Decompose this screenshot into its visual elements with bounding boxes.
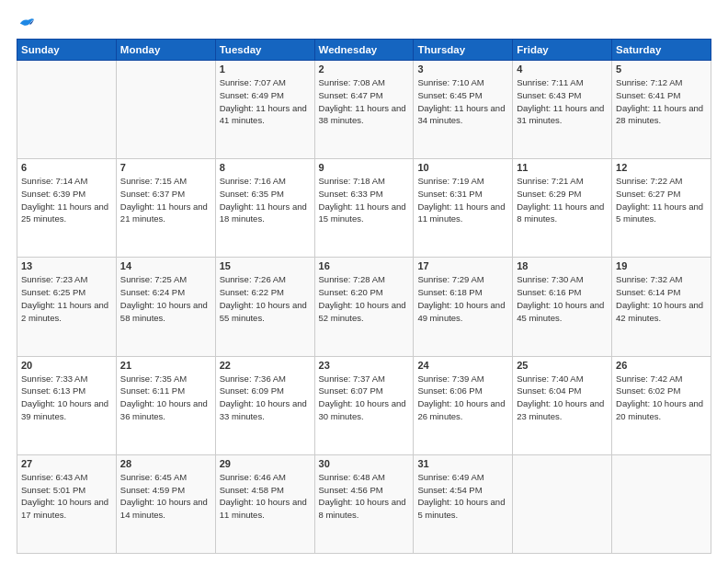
weekday-header-thursday: Thursday [414,40,513,61]
cell-content: Sunrise: 6:43 AMSunset: 5:01 PMDaylight:… [21,471,112,522]
cell-line: Sunset: 6:14 PM [616,286,707,299]
cell-line: Sunrise: 7:39 AM [417,373,508,385]
day-number: 26 [616,360,707,371]
cell-line: Sunrise: 7:37 AM [319,373,410,385]
cell-content: Sunrise: 7:10 AMSunset: 6:45 PMDaylight:… [417,76,508,127]
calendar-cell: 21Sunrise: 7:35 AMSunset: 6:11 PMDayligh… [116,356,215,454]
cell-content: Sunrise: 7:19 AMSunset: 6:31 PMDaylight:… [417,175,508,225]
cell-line: Daylight: 10 hours and 14 minutes. [120,496,211,522]
day-number: 9 [319,162,410,173]
calendar-table: SundayMondayTuesdayWednesdayThursdayFrid… [17,39,711,554]
cell-content: Sunrise: 7:23 AMSunset: 6:25 PMDaylight:… [21,273,112,324]
day-number: 3 [417,63,508,75]
cell-line: Sunset: 4:54 PM [417,484,508,497]
day-number: 5 [616,63,707,75]
cell-line: Sunrise: 7:28 AM [319,273,410,286]
calendar-cell: 23Sunrise: 7:37 AMSunset: 6:07 PMDayligh… [314,356,414,454]
day-number: 6 [21,162,112,173]
day-number: 24 [417,360,508,371]
cell-line: Sunset: 6:07 PM [319,385,410,397]
logo [17,17,35,29]
cell-content: Sunrise: 7:28 AMSunset: 6:20 PMDaylight:… [319,273,410,324]
calendar-cell: 12Sunrise: 7:22 AMSunset: 6:27 PMDayligh… [612,159,711,258]
day-number: 1 [220,63,311,75]
cell-line: Daylight: 10 hours and 39 minutes. [21,397,112,423]
day-number: 20 [21,360,112,371]
cell-line: Sunrise: 6:43 AM [21,471,112,484]
cell-content: Sunrise: 7:26 AMSunset: 6:22 PMDaylight:… [220,273,311,324]
cell-content: Sunrise: 7:37 AMSunset: 6:07 PMDaylight:… [319,373,410,423]
cell-content: Sunrise: 7:25 AMSunset: 6:24 PMDaylight:… [120,273,211,324]
cell-line: Sunset: 6:37 PM [120,188,211,201]
week-row-3: 13Sunrise: 7:23 AMSunset: 6:25 PMDayligh… [17,258,711,356]
cell-content: Sunrise: 6:45 AMSunset: 4:59 PMDaylight:… [120,471,211,522]
cell-line: Daylight: 11 hours and 34 minutes. [417,102,508,128]
cell-line: Daylight: 10 hours and 23 minutes. [517,397,608,423]
day-number: 4 [517,63,608,75]
day-number: 11 [517,162,608,173]
cell-line: Daylight: 11 hours and 31 minutes. [517,102,608,128]
header [17,17,711,29]
calendar-cell: 24Sunrise: 7:39 AMSunset: 6:06 PMDayligh… [414,356,513,454]
day-number: 29 [220,458,311,469]
cell-content: Sunrise: 7:08 AMSunset: 6:47 PMDaylight:… [319,76,410,127]
calendar-cell: 2Sunrise: 7:08 AMSunset: 6:47 PMDaylight… [314,61,414,159]
calendar-cell: 30Sunrise: 6:48 AMSunset: 4:56 PMDayligh… [314,454,414,553]
calendar-cell: 9Sunrise: 7:18 AMSunset: 6:33 PMDaylight… [314,159,414,258]
week-row-1: 1Sunrise: 7:07 AMSunset: 6:49 PMDaylight… [17,61,711,159]
cell-line: Sunrise: 7:40 AM [517,373,608,385]
cell-line: Sunset: 6:16 PM [517,286,608,299]
cell-line: Sunrise: 6:45 AM [120,471,211,484]
cell-line: Sunset: 6:31 PM [417,188,508,201]
cell-content: Sunrise: 7:39 AMSunset: 6:06 PMDaylight:… [417,373,508,423]
cell-line: Daylight: 10 hours and 11 minutes. [220,496,311,522]
day-number: 17 [417,260,508,271]
calendar-cell [513,454,612,553]
cell-line: Sunset: 6:33 PM [319,188,410,201]
calendar-cell: 28Sunrise: 6:45 AMSunset: 4:59 PMDayligh… [116,454,215,553]
cell-line: Sunrise: 7:11 AM [517,76,608,89]
cell-content: Sunrise: 7:29 AMSunset: 6:18 PMDaylight:… [417,273,508,324]
cell-line: Daylight: 10 hours and 17 minutes. [21,496,112,522]
cell-line: Daylight: 10 hours and 30 minutes. [319,397,410,423]
calendar-cell: 26Sunrise: 7:42 AMSunset: 6:02 PMDayligh… [612,356,711,454]
cell-line: Sunset: 6:29 PM [517,188,608,201]
cell-content: Sunrise: 7:30 AMSunset: 6:16 PMDaylight:… [517,273,608,324]
cell-content: Sunrise: 7:12 AMSunset: 6:41 PMDaylight:… [616,76,707,127]
day-number: 13 [21,260,112,271]
cell-line: Sunset: 6:49 PM [220,89,311,102]
cell-line: Daylight: 10 hours and 49 minutes. [417,299,508,325]
cell-line: Sunrise: 7:22 AM [616,175,707,188]
cell-line: Sunrise: 7:14 AM [21,175,112,188]
cell-line: Daylight: 10 hours and 8 minutes. [319,496,410,522]
cell-line: Sunset: 6:39 PM [21,188,112,201]
calendar-cell: 4Sunrise: 7:11 AMSunset: 6:43 PMDaylight… [513,61,612,159]
cell-line: Sunset: 6:35 PM [220,188,311,201]
cell-line: Sunset: 6:04 PM [517,385,608,397]
cell-line: Sunset: 6:06 PM [417,385,508,397]
calendar-cell: 11Sunrise: 7:21 AMSunset: 6:29 PMDayligh… [513,159,612,258]
calendar-cell: 15Sunrise: 7:26 AMSunset: 6:22 PMDayligh… [215,258,314,356]
cell-line: Daylight: 10 hours and 36 minutes. [120,397,211,423]
day-number: 15 [220,260,311,271]
day-number: 16 [319,260,410,271]
calendar-cell: 3Sunrise: 7:10 AMSunset: 6:45 PMDaylight… [414,61,513,159]
day-number: 2 [319,63,410,75]
cell-line: Daylight: 10 hours and 26 minutes. [417,397,508,423]
week-row-4: 20Sunrise: 7:33 AMSunset: 6:13 PMDayligh… [17,356,711,454]
calendar-cell: 1Sunrise: 7:07 AMSunset: 6:49 PMDaylight… [215,61,314,159]
weekday-header-friday: Friday [513,40,612,61]
cell-line: Daylight: 11 hours and 15 minutes. [319,201,410,226]
cell-line: Daylight: 10 hours and 42 minutes. [616,299,707,325]
calendar-cell [612,454,711,553]
calendar-cell: 29Sunrise: 6:46 AMSunset: 4:58 PMDayligh… [215,454,314,553]
weekday-header-tuesday: Tuesday [215,40,314,61]
day-number: 7 [120,162,211,173]
cell-line: Sunset: 6:47 PM [319,89,410,102]
cell-line: Sunrise: 6:48 AM [319,471,410,484]
cell-line: Daylight: 11 hours and 2 minutes. [21,299,112,325]
cell-line: Sunrise: 7:30 AM [517,273,608,286]
weekday-header-saturday: Saturday [612,40,711,61]
cell-line: Sunset: 6:09 PM [220,385,311,397]
day-number: 12 [616,162,707,173]
